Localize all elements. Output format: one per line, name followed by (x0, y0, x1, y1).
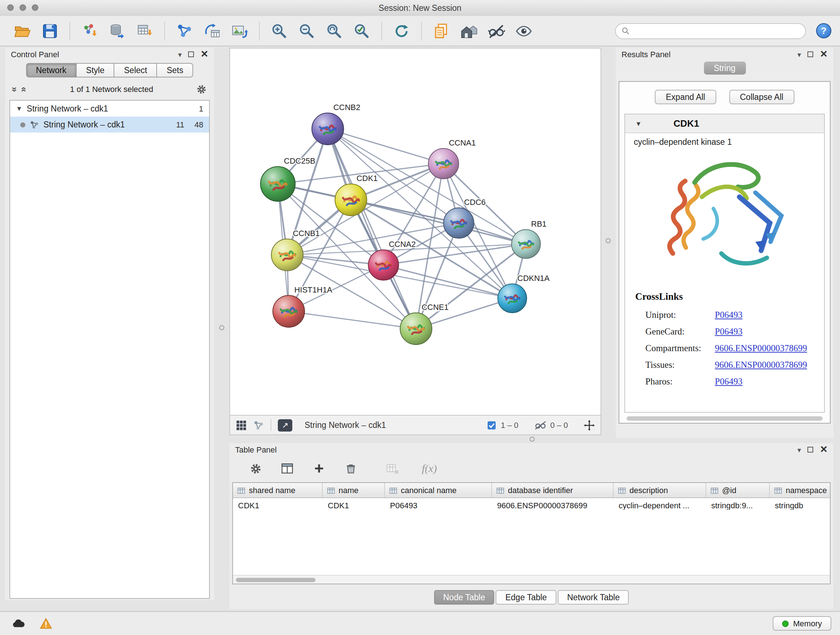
import-table-button[interactable] (133, 20, 156, 42)
search-box[interactable] (615, 23, 806, 39)
help-button[interactable]: ? (816, 23, 831, 38)
float-panel-icon[interactable] (807, 447, 813, 453)
crosslink-pharos[interactable]: P06493 (715, 377, 742, 387)
table-header-row: shared namenamecanonical namedatabase id… (233, 483, 830, 498)
expand-all-icon[interactable]: « (19, 87, 30, 92)
table-cell[interactable]: CDK1 (233, 501, 323, 509)
gene-section-header[interactable]: ▼ CDK1 (625, 114, 824, 133)
selected-checkbox-icon[interactable] (487, 420, 496, 430)
tree-expand-icon[interactable]: ▼ (16, 105, 22, 112)
gene-section: ▼ CDK1 cyclin–dependent kinase 1 (624, 114, 825, 413)
gear-icon[interactable] (196, 84, 207, 95)
zoom-fit-button[interactable] (323, 20, 346, 42)
panel-menu-icon[interactable]: ▾ (178, 50, 182, 58)
column-header-namespace[interactable]: namespace (770, 483, 831, 497)
network-collection-row[interactable]: ▼ String Network – cdk1 1 (10, 101, 209, 117)
tab-style[interactable]: Style (77, 63, 115, 78)
protein-structure-image (652, 152, 797, 284)
collection-label: String Network – cdk1 (27, 104, 108, 113)
splitter-handle[interactable] (606, 238, 611, 243)
new-network-from-selection-button[interactable] (173, 20, 196, 42)
export-network-button[interactable] (201, 20, 224, 42)
column-header-database-identifier[interactable]: database identifier (492, 483, 614, 497)
network-tree: ▼ String Network – cdk1 1 String Network… (9, 100, 210, 599)
float-panel-icon[interactable] (188, 51, 194, 57)
close-panel-icon[interactable]: ✕ (820, 51, 828, 58)
tab-select[interactable]: Select (115, 63, 157, 78)
splitter-handle[interactable] (530, 437, 535, 442)
crosshair-icon[interactable] (584, 420, 595, 431)
tab-network-table[interactable]: Network Table (558, 590, 629, 605)
annotations-button[interactable] (430, 20, 453, 42)
crosslink-compartments[interactable]: 9606.ENSP00000378699 (715, 343, 807, 354)
table-cell[interactable]: stringdb:9... (706, 501, 770, 509)
network-canvas[interactable]: CCNB2CCNA1CDC25BCDK1CDC6RB1CCNB1CCNA2CDK… (229, 48, 601, 416)
string-style-button[interactable] (485, 20, 508, 42)
network-share-icon[interactable] (253, 420, 264, 431)
tab-network[interactable]: Network (26, 63, 76, 78)
table-cell[interactable]: cyclin–dependent ... (614, 501, 706, 509)
scrollbar-thumb[interactable] (236, 578, 316, 582)
table-row[interactable]: CDK1CDK1P064939606.ENSP00000378699cyclin… (233, 498, 830, 512)
column-header-canonical-name[interactable]: canonical name (385, 483, 492, 497)
memory-button[interactable]: Memory (773, 616, 831, 631)
table-horizontal-scrollbar[interactable] (233, 575, 830, 584)
show-graphics-details-button[interactable] (512, 20, 535, 42)
panel-menu-icon[interactable]: ▾ (797, 50, 801, 58)
tab-sets[interactable]: Sets (157, 63, 194, 78)
import-network-database-button[interactable] (106, 20, 129, 42)
table-cell[interactable]: CDK1 (323, 501, 385, 509)
network-edge-CDK1-RB1[interactable] (351, 200, 526, 244)
tab-edge-table[interactable]: Edge Table (496, 590, 556, 605)
node-label-CCNB2: CCNB2 (333, 103, 360, 112)
column-header-description[interactable]: description (614, 483, 706, 497)
table-settings-button[interactable] (247, 460, 264, 477)
column-header--id[interactable]: @id (706, 483, 770, 497)
table-cell[interactable]: 9606.ENSP00000378699 (492, 501, 614, 509)
zoom-selected-button[interactable] (350, 20, 373, 42)
export-image-button[interactable] (228, 20, 251, 42)
crosslink-tissues[interactable]: 9606.ENSP00000378699 (715, 360, 807, 371)
warnings-button[interactable] (36, 616, 55, 631)
string-confidence-button[interactable] (457, 20, 480, 42)
network-edge-CCNB2-CCNE1[interactable] (328, 129, 416, 329)
import-network-file-button[interactable] (78, 20, 101, 42)
expand-all-button[interactable]: Expand All (655, 90, 716, 104)
hidden-glasses-icon[interactable] (534, 420, 546, 430)
collapse-section-icon[interactable]: ▼ (635, 120, 642, 127)
results-scrollbar[interactable] (627, 416, 823, 421)
panel-menu-icon[interactable]: ▾ (797, 446, 801, 454)
network-row[interactable]: String Network – cdk1 11 48 (10, 117, 209, 133)
show-columns-button[interactable] (279, 460, 296, 477)
tab-node-table[interactable]: Node Table (434, 590, 494, 605)
crosslink-genecard[interactable]: P06493 (715, 326, 742, 337)
close-panel-icon[interactable]: ✕ (820, 446, 828, 453)
close-panel-icon[interactable]: ✕ (201, 51, 208, 58)
cloud-button[interactable] (9, 616, 27, 631)
column-header-name[interactable]: name (323, 483, 385, 497)
tab-string[interactable]: String (704, 62, 745, 74)
zoom-in-button[interactable] (268, 20, 291, 42)
collapse-all-button[interactable]: Collapse All (729, 90, 794, 104)
crosslink-uniprot[interactable]: P06493 (715, 310, 742, 321)
hidden-counter: 0 – 0 (550, 421, 568, 429)
table-cell[interactable]: stringdb (770, 501, 831, 509)
save-session-button[interactable] (38, 20, 62, 42)
search-input[interactable] (633, 26, 799, 36)
column-header-shared-name[interactable]: shared name (233, 483, 323, 497)
function-builder-button[interactable]: f(x) (422, 462, 437, 475)
open-session-button[interactable] (11, 20, 34, 42)
delete-table-button[interactable] (384, 460, 401, 477)
network-edge-CCNB2-CCNA1[interactable] (328, 129, 444, 164)
node-label-CDC25B: CDC25B (284, 157, 316, 165)
zoom-out-button[interactable] (295, 20, 318, 42)
open-in-window-button[interactable]: ↗ (278, 419, 292, 431)
birdseye-grid-icon[interactable] (236, 420, 247, 431)
table-cell[interactable]: P06493 (385, 501, 492, 509)
float-panel-icon[interactable] (807, 51, 813, 57)
create-column-button[interactable] (310, 460, 328, 477)
network-edge-HIST1H1A-CCNE1[interactable] (289, 311, 416, 329)
delete-column-button[interactable] (342, 460, 360, 477)
apply-preferred-layout-button[interactable] (390, 20, 413, 42)
splitter-handle[interactable] (219, 325, 224, 330)
